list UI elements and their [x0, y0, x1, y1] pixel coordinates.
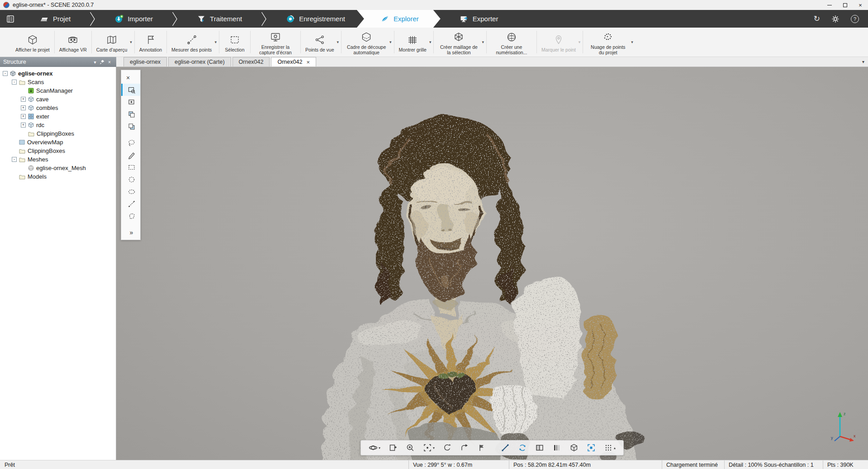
dropdown-arrow-icon[interactable]: ▾	[214, 40, 217, 44]
return-view-button[interactable]	[456, 442, 473, 454]
cube-view-button[interactable]	[565, 442, 583, 454]
tree-item-exter[interactable]: + exter	[0, 112, 116, 121]
toolbar-button-annotation[interactable]: Annotation	[136, 28, 166, 57]
page-view-button[interactable]	[384, 442, 402, 454]
tree-item-eglise-ornex[interactable]: - eglise-ornex	[0, 69, 116, 78]
auto-rotate-button[interactable]	[514, 442, 531, 454]
dropdown-arrow-icon[interactable]: ▾	[482, 40, 484, 44]
path-flag-button[interactable]	[473, 442, 490, 454]
tool-ellipse-select[interactable]	[121, 185, 140, 198]
toolbar-button-mesurer-des-points[interactable]: Mesurer des points ▾	[168, 28, 218, 57]
tab-close-icon[interactable]: ×	[306, 59, 310, 65]
tree-item-combles[interactable]: + combles	[0, 104, 116, 112]
collapse-icon[interactable]: -	[12, 80, 17, 85]
dropdown-arrow-icon[interactable]: ▴	[614, 446, 616, 450]
ribbon-tab-importer[interactable]: Importer	[95, 10, 172, 28]
toolbar-button-cadre-decoupe[interactable]: Cadre de découpe automatique ▾	[342, 28, 393, 57]
tab-separator-icon	[261, 10, 267, 28]
measure-button[interactable]	[497, 442, 514, 454]
collapse-icon[interactable]: -	[12, 157, 17, 162]
tree-item-cave[interactable]: + cave	[0, 95, 116, 104]
3d-viewport[interactable]: × » ▾ ▾	[116, 67, 868, 460]
collapse-icon[interactable]: -	[3, 71, 8, 76]
tree-item-eglise-ornex-mesh[interactable]: eglise-ornex_Mesh	[0, 164, 116, 172]
toolbar-button-creer-numerisation[interactable]: Créer une numérisation...	[488, 28, 536, 57]
tree-item-scanmanager[interactable]: ScanManager	[0, 86, 116, 95]
dropdown-arrow-icon[interactable]: ▾	[631, 40, 633, 44]
tool-rectangle-select[interactable]	[121, 161, 140, 173]
tree-item-models[interactable]: Models	[0, 172, 116, 181]
full-extent-button[interactable]	[583, 442, 600, 454]
help-icon[interactable]: ?	[851, 15, 859, 23]
dropdown-arrow-icon[interactable]: ▾	[337, 40, 339, 44]
expand-icon[interactable]: +	[21, 123, 26, 128]
maximize-button[interactable]	[837, 0, 853, 10]
toolbar-button-nuage-de-points[interactable]: Nuage de points du projet ▾	[584, 28, 635, 57]
expand-icon[interactable]: +	[21, 105, 26, 110]
tree-item-scans[interactable]: - Scans	[0, 78, 116, 86]
tool-zoom-to-point[interactable]	[121, 96, 140, 108]
doc-tab-ornex042[interactable]: Ornex042	[232, 57, 270, 66]
tool-zoom-window[interactable]	[121, 84, 140, 96]
ribbon-tab-enregistrement[interactable]: Enregistrement	[267, 10, 364, 28]
tree-item-clippingboxes-scans[interactable]: ClippingBoxes	[0, 129, 116, 138]
toolbar-button-montrer-grille[interactable]: Montrer grille ▾	[395, 28, 433, 57]
toolbar-separator	[536, 31, 537, 53]
doc-tab-ornex042-active[interactable]: Ornex042×	[271, 57, 316, 66]
dropdown-arrow-icon[interactable]: ▾	[379, 446, 380, 450]
minimize-button[interactable]	[822, 0, 837, 10]
pin-icon[interactable]	[99, 59, 106, 65]
expand-icon[interactable]: +	[21, 114, 26, 119]
toolbar-button-carte-apercu[interactable]: Carte d'aperçu ▾	[93, 28, 133, 57]
panel-menu-arrow-icon[interactable]: ▾	[91, 60, 99, 65]
tool-pen-select[interactable]	[121, 149, 140, 161]
tree-item-clippingboxes[interactable]: ClippingBoxes	[0, 147, 116, 155]
toolbar-button-selection[interactable]: Sélection	[220, 28, 249, 57]
settings-gear-icon[interactable]	[831, 14, 840, 24]
toolbar-button-points-de-vue[interactable]: Points de vue ▾	[302, 28, 340, 57]
toolbar-button-afficher-le-projet[interactable]: Afficher le projet	[12, 28, 53, 57]
palette-close-icon[interactable]: ×	[121, 71, 140, 84]
sync-icon[interactable]: ↻	[814, 14, 820, 24]
tool-polygon-select[interactable]	[121, 210, 140, 222]
tab-list-arrow-icon[interactable]: ▾	[862, 59, 864, 64]
tool-send-to-back[interactable]	[121, 120, 140, 133]
tool-bring-to-front[interactable]	[121, 108, 140, 120]
rotate-ccw-button[interactable]	[439, 442, 456, 454]
ribbon-tab-traitement[interactable]: Traitement	[178, 10, 261, 28]
tree-item-meshes[interactable]: - Meshes	[0, 155, 116, 164]
dropdown-arrow-icon[interactable]: ▾	[389, 40, 392, 44]
doc-tab-eglise-ornex[interactable]: eglise-ornex	[123, 57, 167, 66]
tree-item-overviewmap[interactable]: OverviewMap	[0, 138, 116, 147]
full-extent-icon	[587, 443, 596, 452]
toolbar-button-enregistrer-capture[interactable]: Enregistrer la capture d'écran	[251, 28, 299, 57]
tool-lasso-select[interactable]	[121, 137, 140, 149]
application-menu-button[interactable]	[0, 10, 21, 28]
expand-icon[interactable]: +	[21, 97, 26, 102]
panel-close-icon[interactable]: ×	[106, 60, 113, 65]
rotate-ccw-icon	[443, 443, 452, 452]
toolbar-button-affichage-vr[interactable]: Affichage VR	[56, 28, 90, 57]
pen-select-icon	[128, 151, 136, 159]
ribbon-tab-exporter[interactable]: Exporter	[441, 10, 517, 28]
close-button[interactable]: ×	[853, 0, 868, 10]
ribbon-tab-projet[interactable]: Projet	[21, 10, 90, 28]
ribbon-tab-explorer[interactable]: Explorer	[357, 10, 441, 28]
structure-tree-panel: - eglise-ornex - Scans ScanManager + cav…	[0, 67, 116, 460]
zoom-button[interactable]	[402, 442, 419, 454]
tool-circle-select[interactable]	[121, 173, 140, 185]
orbit-view-button[interactable]: ▾	[365, 442, 384, 454]
doc-tab-eglise-ornex-carte[interactable]: eglise-ornex (Carte)	[168, 57, 231, 66]
dropdown-arrow-icon[interactable]: ▾	[130, 40, 132, 44]
palette-expand-icon[interactable]: »	[121, 226, 140, 238]
color-scale-button[interactable]	[548, 442, 565, 454]
toolbar-button-marquer-le-point: Marquer le point ▾	[538, 28, 582, 57]
tool-line-select[interactable]	[121, 198, 140, 210]
dropdown-arrow-icon[interactable]: ▾	[433, 446, 435, 450]
zoom-frame-button[interactable]: ▾	[419, 442, 439, 454]
toolbar-button-creer-maillage[interactable]: Créer maillage de la sélection ▾	[435, 28, 485, 57]
dot-grid-button[interactable]: ▴	[600, 442, 620, 454]
dropdown-arrow-icon[interactable]: ▾	[429, 40, 432, 44]
tree-item-rdc[interactable]: + rdc	[0, 121, 116, 129]
split-view-button[interactable]	[531, 442, 548, 454]
